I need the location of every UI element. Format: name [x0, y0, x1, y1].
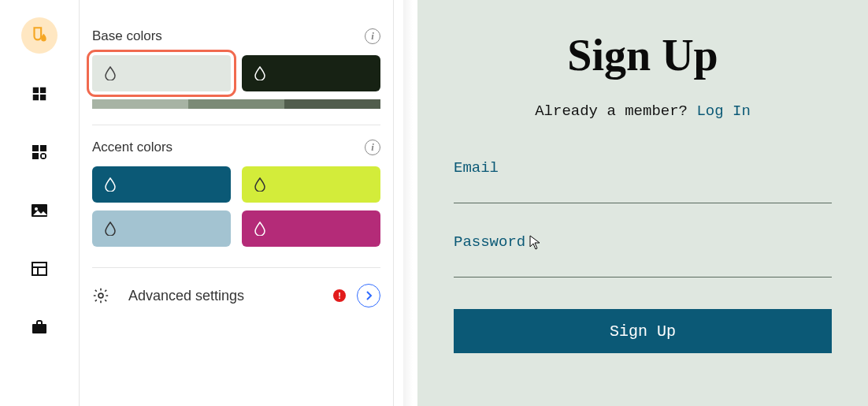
- info-icon[interactable]: i: [365, 140, 380, 155]
- svg-rect-10: [32, 263, 46, 275]
- accent-colors-section: Accent colors i: [92, 125, 380, 247]
- base-swatch-dark[interactable]: [242, 55, 380, 91]
- cursor-icon: [529, 235, 542, 251]
- advanced-settings-row[interactable]: Advanced settings !: [92, 267, 380, 315]
- gear-icon: [92, 287, 109, 304]
- svg-rect-3: [40, 95, 46, 100]
- password-label: Password: [454, 233, 525, 251]
- signup-heading: Sign Up: [449, 30, 836, 80]
- base-colors-title: Base colors: [92, 28, 162, 44]
- warning-badge: !: [333, 289, 346, 302]
- accent-swatch-teal[interactable]: [92, 166, 231, 203]
- svg-rect-4: [32, 145, 39, 151]
- signup-preview: Sign Up Already a member? Log In Email P…: [417, 0, 868, 406]
- base-gradient-bar: [92, 99, 380, 109]
- left-rail: [0, 0, 79, 406]
- email-field-group: Email: [454, 159, 832, 203]
- svg-rect-0: [33, 88, 39, 93]
- svg-rect-13: [32, 324, 46, 333]
- base-colors-section: Base colors i: [92, 0, 380, 109]
- preview-area: Sign Up Already a member? Log In Email P…: [394, 0, 868, 406]
- accent-colors-title: Accent colors: [92, 140, 172, 155]
- advanced-label: Advanced settings: [121, 288, 322, 304]
- color-panel: Base colors i Accent colors i: [79, 0, 394, 406]
- email-input[interactable]: [454, 180, 832, 203]
- rail-grid-icon[interactable]: [21, 76, 57, 112]
- login-link[interactable]: Log In: [696, 102, 750, 120]
- svg-point-14: [98, 293, 103, 298]
- password-input[interactable]: [454, 254, 832, 277]
- signup-subline: Already a member? Log In: [449, 102, 836, 120]
- info-icon[interactable]: i: [365, 28, 380, 44]
- email-label: Email: [454, 159, 499, 177]
- accent-swatch-magenta[interactable]: [242, 210, 380, 247]
- svg-rect-7: [42, 155, 45, 158]
- subline-text: Already a member?: [535, 102, 696, 120]
- svg-rect-1: [40, 88, 46, 93]
- rail-widgets-icon[interactable]: [21, 134, 57, 170]
- chevron-right-icon[interactable]: [357, 284, 380, 307]
- accent-swatch-lightblue[interactable]: [92, 210, 231, 247]
- base-swatch-light[interactable]: [92, 55, 231, 91]
- password-field-group: Password: [454, 233, 832, 277]
- rail-layout-icon[interactable]: [21, 251, 57, 287]
- svg-rect-2: [33, 95, 39, 100]
- accent-swatch-lime[interactable]: [242, 166, 380, 203]
- svg-rect-6: [40, 145, 46, 151]
- rail-theme-icon[interactable]: [21, 17, 57, 54]
- svg-point-9: [35, 207, 38, 210]
- signup-button[interactable]: Sign Up: [454, 309, 832, 353]
- svg-rect-5: [32, 153, 39, 159]
- rail-image-icon[interactable]: [21, 192, 57, 229]
- rail-briefcase-icon[interactable]: [21, 309, 57, 345]
